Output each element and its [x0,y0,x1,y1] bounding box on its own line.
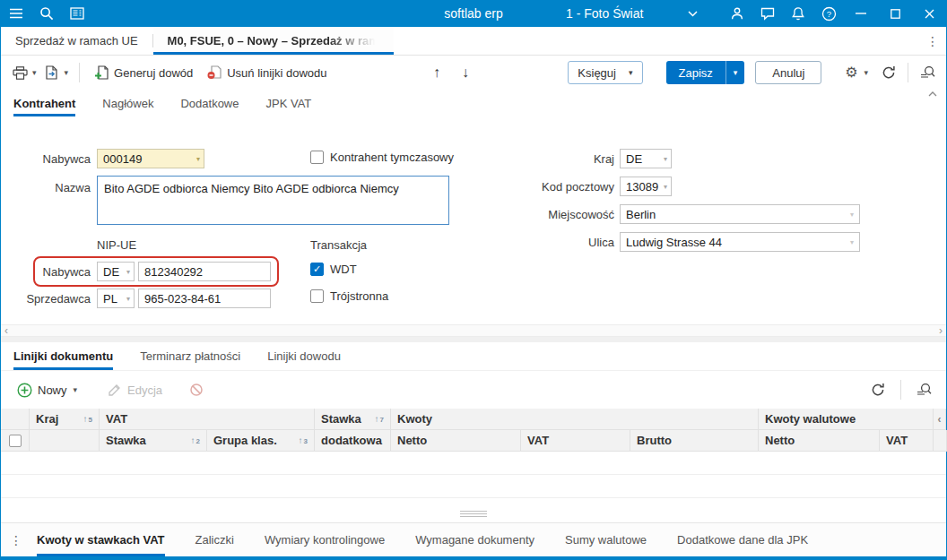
minimize-button[interactable] [844,0,878,27]
ksieguj-button[interactable]: Księguj ▾ [568,61,642,84]
usun-linijki-button[interactable]: Usuń linijki dowodu [200,60,334,85]
app-name: softlab erp [444,6,502,21]
lines-search-filter-icon[interactable] [912,377,935,402]
kod-pocztowy-combo[interactable]: 13089 ▾ [620,177,672,196]
user-icon[interactable] [722,0,752,27]
nip-nabywca-input[interactable]: 812340292 [138,262,271,281]
delete-line-button[interactable] [184,377,209,402]
search-icon[interactable] [31,0,62,27]
doc-tab-sprzedaz-ue[interactable]: Sprzedaż w ramach UE [1,27,152,55]
sprzedawca-nip-input[interactable]: 965-023-84-61 [138,289,271,308]
tab-jpk-vat[interactable]: JPK VAT [265,90,311,116]
scroll-right-icon[interactable]: › [939,325,943,336]
chevron-down-icon[interactable]: ▾ [126,295,130,303]
wdt-checkbox[interactable]: ✓ WDT [310,263,357,276]
tab-overflow-menu-icon[interactable]: ⋮ [919,27,946,55]
grid-scroll-left-icon[interactable]: ‹ [934,409,946,430]
nabywca-combo[interactable]: 000149 ▾ [97,149,204,168]
settings-dropdown-caret[interactable]: ▾ [864,68,868,77]
nowy-button[interactable]: Nowy ▾ [12,377,86,402]
column-header-netto[interactable]: Netto [391,430,521,452]
lines-grid-body[interactable] [1,452,946,498]
tab-wymagane-dokumenty[interactable]: Wymagane dokumenty [415,523,534,556]
company-selector[interactable]: 1 - Foto Świat [566,6,643,21]
bell-icon[interactable] [783,0,813,27]
tab-label: Linijki dokumentu [13,349,113,363]
tab-kontrahent[interactable]: Kontrahent [13,90,75,116]
move-down-icon[interactable]: ↓ [451,65,480,81]
table-row[interactable] [1,452,946,475]
chevron-down-icon[interactable]: ▾ [196,155,200,163]
news-panel-icon[interactable] [62,0,92,27]
column-header-stawka[interactable]: Stawka ↑2 [100,430,207,452]
tab-zaliczki[interactable]: Zaliczki [195,523,234,556]
tab-linijki-dowodu[interactable]: Linijki dowodu [267,342,341,370]
kontrahent-tymczasowy-checkbox[interactable]: Kontrahent tymczasowy [310,151,454,164]
chevron-down-icon[interactable]: ▾ [126,268,130,276]
nowy-dropdown-caret[interactable]: ▾ [74,385,78,394]
trojstronna-checkbox[interactable]: Trójstronna [310,289,388,303]
column-header-vat[interactable]: VAT [521,430,630,452]
column-header-kraj[interactable]: Kraj ↑5 [30,409,100,430]
column-header-brutto[interactable]: Brutto [630,430,759,452]
column-header-vat-walutowe[interactable]: VAT [880,430,934,452]
nip-nabywca-country-combo[interactable]: DE ▾ [97,262,135,281]
refresh-icon[interactable] [877,60,900,85]
column-group-kwoty-walutowe[interactable]: Kwoty walutowe [759,409,934,430]
generuj-dowod-button[interactable]: Generuj dowód [87,60,200,85]
edycja-button[interactable]: Edycja [102,377,168,402]
document-export-dropdown-caret[interactable]: ▾ [65,68,69,77]
search-filter-icon[interactable] [916,60,939,85]
column-label: VAT [527,434,549,447]
document-export-icon[interactable] [40,60,64,85]
document-tab-bar: Sprzedaż w ramach UE M0, FSUE, 0 – Nowy … [1,27,946,56]
hamburger-menu-icon[interactable] [1,0,31,27]
maximize-button[interactable] [878,0,912,27]
tab-label: Sumy walutowe [565,533,647,547]
ksieguj-dropdown-caret[interactable]: ▾ [629,68,633,77]
print-dropdown-caret[interactable]: ▾ [32,68,37,77]
column-header-stawka-dodatkowa-line1[interactable]: Stawka ↑7 [315,409,391,430]
help-icon[interactable]: ? [813,0,844,27]
collapse-panel-icon[interactable] [928,90,937,116]
nazwa-field[interactable]: Bito AGDE odbiorca Niemcy Bito AGDE odbi… [97,176,449,225]
chevron-down-icon[interactable]: ▾ [664,155,667,163]
ulica-input[interactable]: Ludwig Strasse 44 ▾ [620,232,860,252]
column-header-netto-walutowe[interactable]: Netto [759,430,880,452]
tab-terminarz-platnosci[interactable]: Terminarz płatności [140,342,240,370]
column-header-dodatkowa[interactable]: dodatkowa [315,430,391,452]
move-up-icon[interactable]: ↑ [422,65,451,81]
tab-kwoty-w-stawkach-vat[interactable]: Kwoty w stawkach VAT [37,523,165,556]
bottom-tabs-menu-icon[interactable]: ⋮ [1,523,31,556]
zapisz-button[interactable]: Zapisz ▾ [666,61,745,84]
miejscowosc-input[interactable]: Berlin ▾ [620,204,860,224]
scroll-left-icon[interactable]: ‹ [4,325,8,336]
kontrahent-tymczasowy-label: Kontrahent tymczasowy [330,151,454,164]
chevron-down-icon[interactable] [688,0,698,27]
kraj-combo[interactable]: DE ▾ [620,149,672,168]
lines-refresh-icon[interactable] [866,377,890,402]
chevron-down-icon[interactable]: ▾ [664,183,667,191]
close-button[interactable] [912,0,946,27]
settings-gear-icon[interactable]: ⚙ [839,60,863,85]
select-all-checkbox[interactable] [9,435,22,447]
tab-wymiary-kontrolingowe[interactable]: Wymiary kontrolingowe [265,523,385,556]
column-group-vat[interactable]: VAT [100,409,315,430]
print-icon[interactable] [8,60,31,85]
doc-tab-active-document[interactable]: M0, FSUE, 0 – Nowy – Sprzedaż w ram [153,27,394,55]
tab-dodatkowe-dane-dla-jpk[interactable]: Dodatkowe dane dla JPK [677,523,808,556]
splitter-handle[interactable] [460,511,487,517]
zapisz-label[interactable]: Zapisz [666,61,725,84]
sprzedawca-country-combo[interactable]: PL ▾ [97,289,135,308]
table-row[interactable] [1,475,946,498]
tab-sumy-walutowe[interactable]: Sumy walutowe [565,523,647,556]
tab-linijki-dokumentu[interactable]: Linijki dokumentu [13,342,113,370]
column-header-grupa-klas[interactable]: Grupa klas. ↑3 [207,430,315,452]
column-group-kwoty[interactable]: Kwoty [391,409,759,430]
chat-icon[interactable] [752,0,783,27]
anuluj-button[interactable]: Anuluj [755,61,821,84]
horizontal-scrollbar[interactable]: ‹ › [1,324,946,337]
zapisz-dropdown-caret[interactable]: ▾ [725,61,745,84]
tab-dodatkowe[interactable]: Dodatkowe [180,90,239,116]
tab-naglowek[interactable]: Nagłówek [102,90,153,116]
